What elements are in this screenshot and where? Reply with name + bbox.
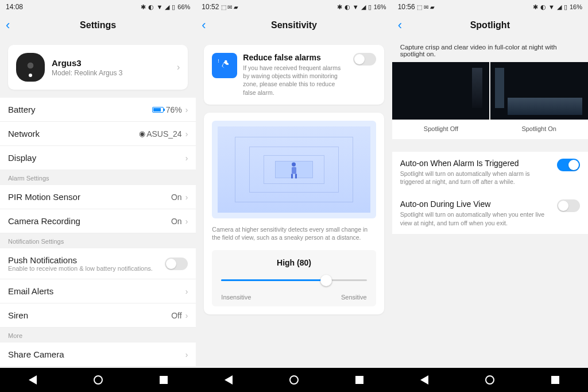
chevron-right-icon: ›: [185, 350, 188, 359]
screen-settings: 14:08 ✱◐▼◢▯ 66% ‹ Settings Argus3 Model:…: [0, 0, 196, 392]
reduce-false-alarms-card: ! Reduce false alarms If you have receiv…: [204, 45, 384, 105]
page-title: Sensitivity: [271, 20, 317, 30]
back-button[interactable]: ‹: [6, 18, 10, 33]
compare-labels: Spotlight Off Spotlight On: [392, 120, 588, 139]
status-bar: 10:52 ⬚ ✉ ▰ ✱◐▼◢▯ 16%: [196, 0, 392, 14]
status-time: 10:56: [398, 3, 415, 11]
section-notifications: Notification Settings: [0, 233, 196, 248]
spotlight-off-image: [392, 62, 490, 120]
android-navbar: [392, 368, 588, 392]
screen-spotlight: 10:56 ⬚ ✉ ▰ ✱◐▼◢▯ 16% ‹ Spotlight Captur…: [392, 0, 588, 392]
person-icon: [290, 162, 298, 178]
chevron-right-icon: ›: [185, 311, 188, 320]
label-off: Spotlight Off: [392, 120, 490, 139]
auto-live-toggle[interactable]: [557, 199, 580, 212]
row-push[interactable]: Push Notifications Enable to receive mot…: [0, 248, 196, 279]
page-title: Settings: [80, 20, 116, 30]
chevron-right-icon: ›: [185, 153, 188, 163]
compare-images: [392, 62, 588, 120]
reduce-title: Reduce false alarms: [243, 53, 347, 62]
intro-text: Capture crisp and clear video in full-co…: [392, 37, 588, 62]
auto-live-title: Auto-on During Live View: [400, 199, 551, 209]
page-title: Spotlight: [470, 20, 510, 30]
row-network[interactable]: Network ◉ ASUS_24 ›: [0, 122, 196, 146]
back-button[interactable]: ‹: [202, 18, 206, 33]
screen-sensitivity: 10:52 ⬚ ✉ ▰ ✱◐▼◢▯ 16% ‹ Sensitivity ! Re…: [196, 0, 392, 392]
status-icons: ✱◐▼◢▯ 16%: [533, 3, 582, 11]
label-on: Spotlight On: [490, 120, 588, 139]
status-time: 10:52: [202, 3, 219, 11]
running-person-icon: !: [212, 53, 237, 78]
row-auto-alarm[interactable]: Auto-on When Alarm Is Triggered Spotligh…: [392, 152, 588, 193]
section-alarm: Alarm Settings: [0, 170, 196, 185]
auto-alarm-toggle[interactable]: [557, 159, 580, 171]
row-auto-live[interactable]: Auto-on During Live View Spotlight will …: [392, 193, 588, 233]
android-navbar: [196, 368, 392, 392]
section-more: More: [0, 328, 196, 343]
chevron-right-icon: ›: [185, 129, 188, 139]
sensitivity-slider[interactable]: [221, 274, 366, 286]
row-email[interactable]: Email Alerts ›: [0, 279, 196, 303]
sensitivity-value: High (80): [221, 258, 366, 267]
slider-thumb[interactable]: [320, 275, 332, 286]
nav-back[interactable]: [29, 375, 37, 385]
chevron-right-icon: ›: [185, 105, 188, 114]
chevron-right-icon: ›: [185, 287, 188, 296]
chevron-right-icon: ›: [177, 62, 180, 72]
chevron-right-icon: ›: [185, 193, 188, 202]
status-time: 14:08: [6, 3, 23, 11]
illust-caption: Camera at higher sensitivity detects eve…: [212, 225, 376, 242]
row-display[interactable]: Display ›: [0, 146, 196, 170]
nav-recent[interactable]: [355, 376, 363, 384]
nav-recent[interactable]: [160, 376, 168, 384]
nav-recent[interactable]: [551, 376, 559, 384]
chevron-right-icon: ›: [185, 217, 188, 226]
header: ‹ Sensitivity: [196, 14, 392, 37]
auto-live-desc: Spotlight will turn on automatically whe…: [400, 210, 551, 226]
android-navbar: [0, 368, 196, 392]
battery-icon: [152, 107, 164, 113]
status-bar: 14:08 ✱◐▼◢▯ 66%: [0, 0, 196, 14]
nav-home[interactable]: [94, 375, 103, 385]
row-recording[interactable]: Camera Recording On ›: [0, 209, 196, 233]
device-name: Argus3: [52, 58, 170, 68]
nav-home[interactable]: [485, 375, 494, 385]
slider-min-label: Insensitive: [221, 294, 251, 301]
row-battery[interactable]: Battery 76% ›: [0, 98, 196, 122]
status-icons: ✱◐▼◢▯ 66%: [141, 3, 190, 11]
status-bar: 10:56 ⬚ ✉ ▰ ✱◐▼◢▯ 16%: [392, 0, 588, 14]
reduce-desc: If you have received frequent alarms by …: [243, 64, 341, 97]
row-pir[interactable]: PIR Motion Sensor On ›: [0, 185, 196, 209]
row-siren[interactable]: Siren Off ›: [0, 303, 196, 328]
wifi-icon: ◉: [139, 129, 145, 138]
nav-home[interactable]: [289, 375, 299, 385]
slider-max-label: Sensitive: [341, 294, 367, 301]
nav-back[interactable]: [420, 375, 428, 385]
row-share[interactable]: Share Camera ›: [0, 343, 196, 366]
camera-icon: [16, 53, 45, 82]
device-model: Model: Reolink Argus 3: [52, 69, 170, 77]
device-card[interactable]: Argus3 Model: Reolink Argus 3 ›: [8, 45, 188, 90]
reduce-toggle[interactable]: [353, 53, 376, 66]
nav-back[interactable]: [225, 375, 233, 385]
auto-alarm-desc: Spotlight will turn on automatically whe…: [400, 170, 551, 186]
back-button[interactable]: ‹: [398, 18, 402, 33]
illustration: [212, 121, 376, 218]
status-icons: ✱◐▼◢▯ 16%: [337, 3, 386, 11]
svg-text:!: !: [218, 59, 219, 64]
push-toggle[interactable]: [165, 258, 188, 270]
auto-alarm-title: Auto-on When Alarm Is Triggered: [400, 159, 551, 168]
sensitivity-card: Camera at higher sensitivity detects eve…: [204, 113, 384, 314]
header: ‹ Spotlight: [392, 14, 588, 37]
spotlight-on-image: [490, 62, 588, 120]
header: ‹ Settings: [0, 14, 196, 37]
